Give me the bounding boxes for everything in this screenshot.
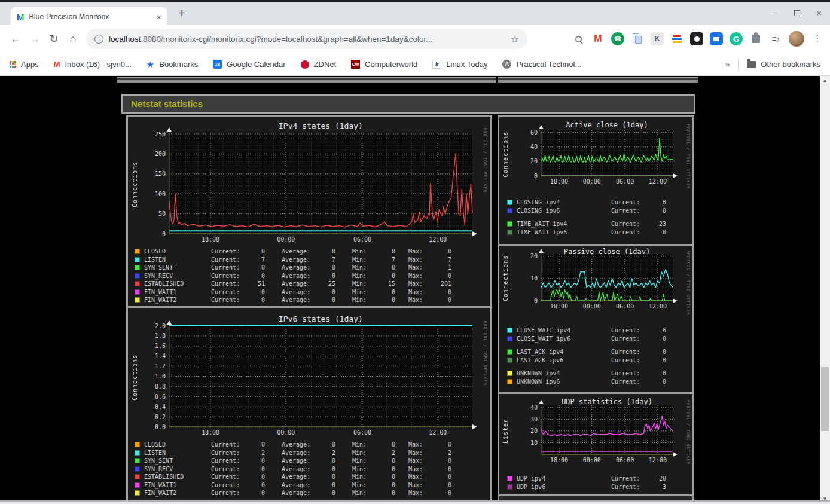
- profile-avatar[interactable]: [789, 31, 804, 47]
- legend-label: UNKNOWN ipv6: [517, 378, 611, 385]
- legend-swatch: [507, 200, 512, 205]
- grey-extension-icon[interactable]: K: [651, 32, 664, 45]
- url-path: :8080/monitorix-cgi/monitorix.cgi?mode=l…: [141, 35, 432, 44]
- page-scrollbar[interactable]: ▲ ▼: [820, 76, 830, 504]
- legend-label: CLOSED: [144, 248, 211, 255]
- tab-close-icon[interactable]: ×: [156, 12, 161, 22]
- bookmark-google-calendar[interactable]: 28 Google Calendar: [213, 60, 285, 69]
- svg-text:12:00: 12:00: [429, 236, 447, 243]
- legend-swatch: [135, 289, 140, 295]
- url-bar[interactable]: i localhost:8080/monitorix-cgi/monitorix…: [86, 29, 527, 49]
- window-bottom-edge: [0, 500, 830, 504]
- legend-swatch: [507, 358, 512, 363]
- legend-swatch: [135, 249, 140, 254]
- legend-row: FIN_WAIT2Current:0Average:0Min:0Max:0: [135, 489, 486, 497]
- maximize-button[interactable]: [794, 10, 800, 16]
- legend-row: CLOSING ipv6Current:0: [507, 207, 689, 215]
- active-close-graph[interactable]: 020406018:0000:0006:0012:00: [499, 117, 692, 189]
- new-tab-button[interactable]: +: [178, 7, 185, 20]
- lamp-extension-icon[interactable]: [690, 32, 703, 45]
- bookmarks-right: » Other bookmarks: [725, 59, 820, 70]
- other-bookmarks-button[interactable]: Other bookmarks: [747, 60, 820, 69]
- bookmark-practical-tech[interactable]: W Practical Technol...: [502, 60, 581, 69]
- bookmark-apps[interactable]: Apps: [10, 60, 39, 69]
- svg-text:0.4: 0.4: [155, 404, 166, 410]
- svg-text:00:00: 00:00: [583, 178, 601, 185]
- svg-text:18:00: 18:00: [550, 457, 568, 463]
- page-content: Netstat statistics IPv4 states (1day) Co…: [0, 76, 830, 504]
- legend-swatch: [507, 221, 512, 227]
- svg-text:0.8: 0.8: [155, 383, 166, 390]
- legend-label: UDP ipv6: [517, 484, 611, 490]
- svg-text:0: 0: [534, 173, 538, 179]
- site-info-icon[interactable]: i: [94, 35, 103, 44]
- svg-text:20: 20: [530, 253, 538, 259]
- legend-label: TIME_WAIT ipv6: [517, 229, 611, 236]
- udp-statistics-graph[interactable]: 1020304018:0000:0006:0012:00: [499, 394, 692, 465]
- svg-text:50: 50: [158, 210, 166, 217]
- bookmarks-overflow-chevron[interactable]: »: [725, 60, 730, 69]
- camera-extension-icon[interactable]: [710, 32, 723, 45]
- copy-extension-icon[interactable]: [631, 32, 644, 45]
- browser-tab[interactable]: M Blue Precision Monitorix ×: [11, 7, 167, 26]
- legend-row: FIN_WAIT1Current:0Average:0Min:0Max:0: [135, 481, 486, 490]
- ipv4-states-panel: IPv4 states (1day) Connections RRDTOOL /…: [128, 117, 490, 306]
- legend-row: ESTABLISHEDCurrent:51Average:25Min:15Max…: [135, 280, 486, 288]
- netstat-section-header: Netstat statistics: [121, 94, 695, 114]
- legend-swatch: [135, 482, 140, 488]
- legend-row: SYN_RECVCurrent:0Average:0Min:0Max:0: [135, 465, 486, 474]
- legend-swatch: [135, 474, 140, 479]
- extensions-puzzle-icon[interactable]: [749, 32, 762, 45]
- legend-row: FIN_WAIT2Current:0Average:0Min:0Max:0: [135, 296, 486, 304]
- search-extension-icon[interactable]: [572, 32, 585, 45]
- legend-row: UNKNOWN ipv4Current:0: [507, 369, 689, 378]
- bookmark-bookmarks[interactable]: ★ Bookmarks: [147, 59, 198, 70]
- legend-swatch: [135, 450, 140, 456]
- forward-button[interactable]: →: [25, 33, 44, 45]
- legend-label: TIME_WAIT ipv4: [517, 221, 611, 227]
- wordpress-icon: W: [502, 60, 511, 69]
- tab-title: Blue Precision Monitorix: [29, 13, 152, 21]
- passive-close-graph[interactable]: 0102018:0000:0006:0012:00: [499, 246, 692, 314]
- home-button[interactable]: ⌂: [63, 33, 83, 45]
- passive-close-panel: Passive close (1day) Connections RRDTOOL…: [499, 246, 692, 392]
- legend-row: UDP ipv6Current:3: [507, 483, 689, 491]
- phone-extension-icon[interactable]: ☎: [611, 32, 624, 45]
- ipv4-states-graph[interactable]: 05010015020025018:0000:0006:0012:00: [128, 117, 490, 246]
- svg-text:30: 30: [530, 416, 538, 423]
- bookmark-computerworld[interactable]: CW Computerworld: [351, 60, 417, 69]
- legend-label: FIN_WAIT1: [144, 482, 211, 488]
- legend-swatch: [135, 466, 140, 472]
- ipv6-states-panel: IPv6 states (1day) Connections RRDTOOL /…: [128, 308, 490, 504]
- url-text[interactable]: localhost:8080/monitorix-cgi/monitorix.c…: [109, 35, 505, 44]
- grammarly-extension-icon[interactable]: G: [730, 32, 743, 45]
- legend-swatch: [135, 458, 140, 463]
- svg-text:10: 10: [530, 275, 538, 282]
- scroll-up-arrow-icon[interactable]: ▲: [820, 76, 830, 85]
- udp-legend: UDP ipv4Current:20UDP ipv6Current:3: [507, 475, 689, 491]
- close-button[interactable]: ×: [816, 8, 822, 18]
- back-button[interactable]: ←: [6, 33, 25, 45]
- svg-text:00:00: 00:00: [277, 429, 295, 436]
- reload-button[interactable]: ↻: [44, 32, 63, 45]
- bookmark-inbox[interactable]: M Inbox (16) - sjvn0...: [54, 60, 132, 69]
- browser-menu-icon[interactable]: ⋮: [811, 32, 824, 45]
- svg-text:18:00: 18:00: [202, 236, 219, 243]
- playlist-extension-icon[interactable]: ≡♪: [769, 32, 782, 45]
- books-extension-icon[interactable]: [670, 32, 683, 45]
- svg-text:12:00: 12:00: [649, 457, 667, 463]
- scrollbar-thumb[interactable]: [821, 367, 829, 431]
- bookmark-zdnet[interactable]: ZDNet: [301, 60, 337, 69]
- svg-text:100: 100: [155, 191, 166, 197]
- bookmark-star-icon[interactable]: ☆: [511, 33, 519, 45]
- svg-text:20: 20: [530, 427, 538, 434]
- ipv6-states-graph[interactable]: 0.00.20.40.60.81.01.21.41.61.82.018:0000…: [128, 308, 490, 439]
- gmail-icon: M: [54, 60, 60, 69]
- svg-text:40: 40: [530, 143, 538, 150]
- svg-text:18:00: 18:00: [550, 178, 568, 185]
- svg-text:0.6: 0.6: [155, 393, 166, 400]
- minimize-button[interactable]: –: [773, 8, 778, 18]
- svg-text:06:00: 06:00: [616, 303, 634, 310]
- gmail-extension-icon[interactable]: M: [591, 32, 605, 45]
- bookmark-linux-today[interactable]: lt Linux Today: [432, 60, 487, 69]
